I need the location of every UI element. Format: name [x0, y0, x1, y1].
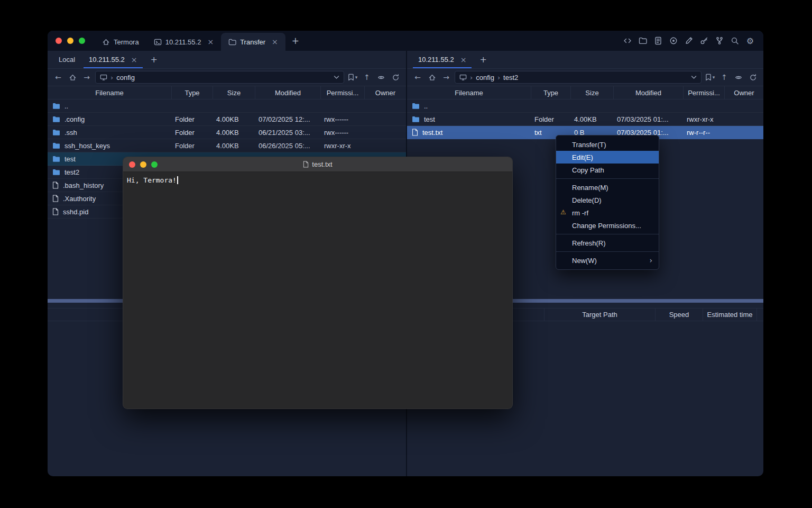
tab-local[interactable]: Local: [52, 51, 82, 68]
close-icon[interactable]: ×: [207, 38, 214, 46]
forward-button[interactable]: →: [81, 71, 93, 83]
close-window-button[interactable]: [129, 161, 135, 168]
path-field[interactable]: › config › test2: [455, 71, 702, 84]
window-controls: [48, 38, 95, 44]
column-size[interactable]: Size: [213, 86, 255, 99]
queue-column-target-path[interactable]: Target Path: [545, 309, 656, 321]
minimize-window-button[interactable]: [67, 38, 73, 44]
tab-transfer[interactable]: Transfer ×: [221, 33, 285, 51]
macro-record-button[interactable]: [669, 36, 678, 46]
path-field[interactable]: › config: [95, 71, 344, 84]
column-permissions[interactable]: Permissi...: [684, 86, 725, 99]
menu-item-rm-rf[interactable]: ⚠ rm -rf: [556, 206, 659, 219]
close-icon[interactable]: ×: [460, 56, 467, 64]
menu-item-refresh[interactable]: Refresh(R): [556, 237, 659, 249]
path-separator: ›: [497, 74, 500, 81]
show-hidden-eye-button[interactable]: [733, 71, 744, 83]
editor-content[interactable]: Hi, Termora!: [123, 172, 512, 184]
tab-termora[interactable]: Termora: [95, 33, 146, 51]
table-row[interactable]: ssh_host_keys Folder 4.00KB 06/26/2025 0…: [48, 139, 406, 152]
code-snippets-button[interactable]: [623, 36, 632, 46]
home-button[interactable]: [426, 71, 438, 83]
zoom-window-button[interactable]: [79, 38, 85, 44]
column-filename[interactable]: Filename: [407, 86, 531, 99]
parent-directory-button[interactable]: ↑: [718, 71, 730, 83]
back-button[interactable]: ←: [412, 71, 423, 83]
path-segment: config: [116, 74, 135, 81]
folder-icon: [52, 142, 60, 149]
close-icon[interactable]: ×: [272, 38, 278, 46]
folder-icon: [52, 129, 60, 135]
tab-label: 10.211.55.2: [165, 38, 201, 46]
chevron-down-icon[interactable]: [334, 75, 339, 79]
table-row[interactable]: .config Folder 4.00KB 07/02/2025 12:... …: [48, 113, 406, 126]
gear-icon[interactable]: ⚙: [745, 36, 755, 46]
zoom-window-button[interactable]: [151, 161, 158, 168]
file-icon: [52, 195, 59, 202]
warning-icon: ⚠: [560, 208, 566, 217]
folder-button[interactable]: [638, 36, 648, 46]
log-viewer-button[interactable]: [653, 36, 663, 46]
right-panel-tabs: 10.211.55.2 × +: [407, 51, 763, 69]
menu-item-delete[interactable]: Delete(D): [556, 194, 659, 206]
close-icon[interactable]: ×: [131, 56, 137, 64]
refresh-button[interactable]: [747, 71, 759, 83]
menu-item-new[interactable]: New(W) ›: [556, 254, 659, 267]
table-row[interactable]: ..: [407, 99, 763, 113]
file-icon: [412, 129, 418, 136]
queue-column-speed[interactable]: Speed: [656, 309, 703, 321]
left-panel-tabs: Local 10.211.55.2 × +: [48, 51, 406, 69]
search-icon[interactable]: [730, 36, 740, 46]
tab-remote-host[interactable]: 10.211.55.2 ×: [411, 51, 473, 68]
caret-down-icon: ▾: [713, 75, 715, 80]
column-type[interactable]: Type: [531, 86, 571, 99]
editor-titlebar[interactable]: test.txt: [123, 157, 512, 172]
port-forwarding-button[interactable]: [715, 36, 724, 46]
table-row[interactable]: ..: [48, 99, 406, 113]
folder-icon: [52, 169, 60, 175]
column-modified[interactable]: Modified: [255, 86, 321, 99]
parent-directory-button[interactable]: ↑: [361, 71, 373, 83]
menu-item-copy-path[interactable]: Copy Path: [556, 164, 659, 176]
menu-item-edit[interactable]: Edit(E): [556, 151, 659, 164]
column-modified[interactable]: Modified: [614, 86, 684, 99]
column-owner[interactable]: Owner: [365, 86, 406, 99]
column-type[interactable]: Type: [172, 86, 213, 99]
show-hidden-eye-button[interactable]: [375, 71, 387, 83]
menu-separator: [556, 234, 659, 234]
column-owner[interactable]: Owner: [725, 86, 763, 99]
table-row[interactable]: test Folder 4.00KB 07/03/2025 01:... rwx…: [407, 113, 763, 126]
edit-pencil-button[interactable]: [684, 36, 694, 46]
back-button[interactable]: ←: [52, 71, 64, 83]
tab-ssh-session[interactable]: 10.211.55.2 ×: [146, 33, 221, 51]
forward-button[interactable]: →: [440, 71, 452, 83]
bookmark-button[interactable]: ▾: [704, 71, 716, 83]
editor-text: Hi, Termora!: [127, 176, 177, 184]
refresh-button[interactable]: [390, 71, 401, 83]
menu-item-change-permissions[interactable]: Change Permissions...: [556, 219, 659, 232]
column-filename[interactable]: Filename: [48, 86, 172, 99]
table-row[interactable]: .ssh Folder 4.00KB 06/21/2025 03:... rwx…: [48, 126, 406, 139]
submenu-arrow-icon: ›: [649, 256, 652, 265]
folder-icon: [52, 116, 60, 122]
queue-column-stub: [757, 309, 763, 321]
tab-remote-host[interactable]: 10.211.55.2 ×: [82, 51, 144, 68]
column-permissions[interactable]: Permissi...: [321, 86, 365, 99]
folder-icon: [52, 156, 60, 162]
tab-label: Transfer: [240, 38, 265, 46]
minimize-window-button[interactable]: [140, 161, 146, 168]
add-panel-tab-button[interactable]: +: [473, 51, 493, 68]
queue-column-estimated-time[interactable]: Estimated time: [703, 309, 757, 321]
menu-item-transfer[interactable]: Transfer(T): [556, 138, 659, 151]
key-manager-button[interactable]: [699, 36, 709, 46]
home-button[interactable]: [67, 71, 78, 83]
bookmark-button[interactable]: ▾: [347, 71, 358, 83]
new-tab-button[interactable]: +: [285, 35, 306, 46]
menu-item-rename[interactable]: Rename(M): [556, 181, 659, 194]
file-icon: [52, 182, 59, 189]
chevron-down-icon[interactable]: [691, 75, 697, 79]
column-size[interactable]: Size: [571, 86, 614, 99]
left-navigation-bar: ← → › config ▾ ↑: [48, 69, 406, 86]
add-panel-tab-button[interactable]: +: [144, 51, 164, 68]
close-window-button[interactable]: [56, 38, 62, 44]
